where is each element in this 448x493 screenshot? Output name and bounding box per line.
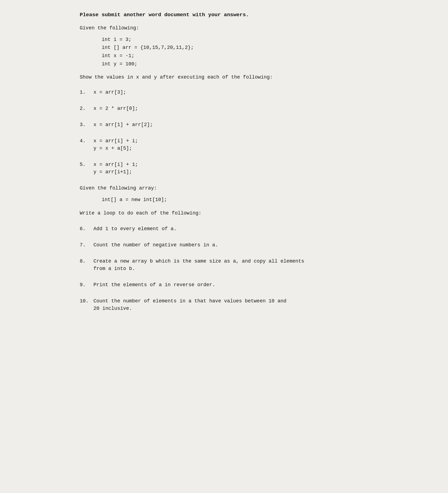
given-intro: Given the following: bbox=[80, 24, 368, 32]
question-6-line-1: Add 1 to every element of a. bbox=[93, 225, 368, 233]
question-2: 2. x = 2 * arr[0]; bbox=[80, 105, 368, 112]
question-1: 1. x = arr[3]; bbox=[80, 89, 368, 96]
question-5-content: x = arr[i] + 1; y = arr[i+1]; bbox=[93, 161, 368, 176]
array-code-block: int[] a = new int[10]; bbox=[102, 196, 368, 204]
given-array-intro-text: Given the following array: bbox=[80, 185, 368, 192]
question-3-line-1: x = arr[1] + arr[2]; bbox=[93, 121, 368, 129]
question-5-line-2: y = arr[i+1]; bbox=[93, 168, 368, 176]
question-4-content: x = arr[i] + i; y = x + a[5]; bbox=[93, 137, 368, 152]
initial-code-block: int i = 3; int [] arr = {10,15,7,20,11,2… bbox=[102, 36, 368, 68]
page-container: Please submit another word document with… bbox=[80, 11, 368, 312]
write-loop-instruction: Write a loop to do each of the following… bbox=[80, 210, 368, 217]
question-2-line-1: x = 2 * arr[0]; bbox=[93, 105, 368, 112]
question-5-number: 5. bbox=[80, 161, 93, 168]
question-7-content: Count the number of negative numbers in … bbox=[93, 241, 368, 249]
question-8-number: 8. bbox=[80, 258, 93, 265]
question-8: 8. Create a new array b which is the sam… bbox=[80, 258, 368, 272]
question-5-line-1: x = arr[i] + 1; bbox=[93, 161, 368, 168]
question-4-number: 4. bbox=[80, 137, 93, 145]
question-9-line-1: Print the elements of a in reverse order… bbox=[93, 281, 368, 289]
code-line-2: int [] arr = {10,15,7,20,11,2}; bbox=[102, 45, 194, 50]
question-8-line-1: Create a new array b which is the same s… bbox=[93, 258, 368, 265]
question-1-number: 1. bbox=[80, 89, 93, 96]
question-3: 3. x = arr[1] + arr[2]; bbox=[80, 121, 368, 129]
code-line-3: int x = -1; bbox=[102, 53, 134, 59]
question-6: 6. Add 1 to every element of a. bbox=[80, 225, 368, 233]
question-8-line-2: from a into b. bbox=[93, 265, 368, 272]
given-array-intro: Given the following array: bbox=[80, 185, 368, 192]
question-9-content: Print the elements of a in reverse order… bbox=[93, 281, 368, 289]
question-9-number: 9. bbox=[80, 281, 93, 289]
question-10-line-1: Count the number of elements in a that h… bbox=[93, 297, 368, 305]
question-5: 5. x = arr[i] + 1; y = arr[i+1]; bbox=[80, 161, 368, 176]
question-1-content: x = arr[3]; bbox=[93, 89, 368, 96]
question-7-number: 7. bbox=[80, 241, 93, 249]
question-3-content: x = arr[1] + arr[2]; bbox=[93, 121, 368, 129]
question-6-number: 6. bbox=[80, 225, 93, 233]
code-line-4: int y = 100; bbox=[102, 61, 137, 67]
page-title: Please submit another word document with… bbox=[80, 11, 368, 19]
question-9: 9. Print the elements of a in reverse or… bbox=[80, 281, 368, 289]
question-3-number: 3. bbox=[80, 121, 93, 129]
question-6-content: Add 1 to every element of a. bbox=[93, 225, 368, 233]
question-10-number: 10. bbox=[80, 297, 93, 305]
question-7-line-1: Count the number of negative numbers in … bbox=[93, 241, 368, 249]
question-2-number: 2. bbox=[80, 105, 93, 112]
question-10-line-2: 20 inclusive. bbox=[93, 305, 368, 312]
question-4-line-1: x = arr[i] + i; bbox=[93, 137, 368, 145]
question-4: 4. x = arr[i] + i; y = x + a[5]; bbox=[80, 137, 368, 152]
question-4-line-2: y = x + a[5]; bbox=[93, 145, 368, 152]
question-10-content: Count the number of elements in a that h… bbox=[93, 297, 368, 312]
code-line-1: int i = 3; bbox=[102, 37, 131, 42]
question-2-content: x = 2 * arr[0]; bbox=[93, 105, 368, 112]
question-10: 10. Count the number of elements in a th… bbox=[80, 297, 368, 312]
question-8-content: Create a new array b which is the same s… bbox=[93, 258, 368, 272]
question-1-line-1: x = arr[3]; bbox=[93, 89, 368, 96]
question-7: 7. Count the number of negative numbers … bbox=[80, 241, 368, 249]
show-values-instruction: Show the values in x and y after executi… bbox=[80, 74, 368, 81]
array-code-line: int[] a = new int[10]; bbox=[102, 197, 167, 202]
